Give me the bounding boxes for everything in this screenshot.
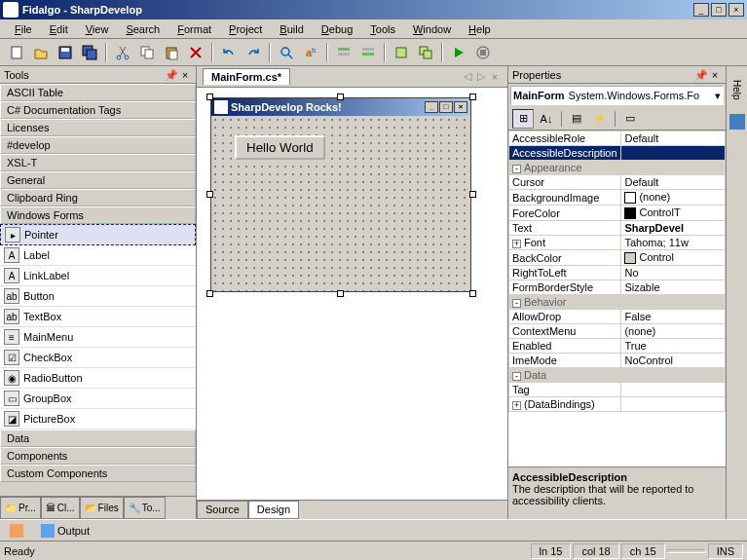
- prop-value[interactable]: False: [621, 310, 726, 324]
- prop-name[interactable]: ContextMenu: [509, 324, 621, 339]
- prop-value[interactable]: SharpDevel: [621, 221, 726, 236]
- resize-handle[interactable]: [337, 290, 344, 297]
- save-button[interactable]: [55, 42, 76, 63]
- prop-name[interactable]: Tag: [509, 383, 621, 397]
- resize-handle[interactable]: [337, 93, 344, 100]
- prop-name[interactable]: Cursor: [509, 175, 621, 190]
- close-panel-icon[interactable]: ×: [178, 68, 192, 82]
- prop-name[interactable]: FormBorderStyle: [509, 280, 621, 295]
- pin-icon[interactable]: 📌: [165, 68, 178, 82]
- tool-item-radiobutton[interactable]: ◉RadioButton: [0, 368, 196, 389]
- prop-value[interactable]: Control: [621, 250, 726, 266]
- prop-value[interactable]: True: [621, 339, 726, 354]
- menu-build[interactable]: Build: [271, 21, 312, 37]
- tool-category[interactable]: Clipboard Ring: [0, 189, 196, 206]
- menu-help[interactable]: Help: [460, 21, 500, 37]
- resize-handle[interactable]: [206, 93, 213, 100]
- run-button[interactable]: [448, 42, 469, 63]
- prop-value[interactable]: Default: [621, 131, 726, 146]
- close-button[interactable]: ×: [728, 3, 744, 17]
- categorized-icon[interactable]: ⊞: [512, 109, 534, 129]
- paste-button[interactable]: [161, 42, 182, 63]
- prop-name[interactable]: Enabled: [509, 339, 621, 354]
- left-tab[interactable]: 📂Files: [80, 497, 124, 519]
- left-tab[interactable]: 🔧To...: [124, 497, 166, 519]
- resize-handle[interactable]: [206, 290, 213, 297]
- prop-category[interactable]: -Appearance: [509, 161, 726, 175]
- tool-item-linklabel[interactable]: ALinkLabel: [0, 266, 196, 286]
- tool-item-groupbox[interactable]: ▭GroupBox: [0, 389, 196, 409]
- tab-prev-icon[interactable]: ◁: [461, 70, 474, 83]
- prop-value[interactable]: Sizable: [621, 280, 726, 295]
- properties-icon[interactable]: ▤: [566, 109, 587, 129]
- undo-button[interactable]: [218, 42, 240, 63]
- resize-handle[interactable]: [469, 290, 476, 297]
- new-file-button[interactable]: [6, 42, 27, 63]
- tool-item-mainmenu[interactable]: ≡MainMenu: [0, 327, 196, 348]
- prop-name[interactable]: BackgroundImage: [509, 190, 621, 205]
- tool-category[interactable]: #develop: [0, 136, 196, 154]
- pin-icon[interactable]: 📌: [694, 68, 708, 82]
- prop-value[interactable]: (none): [621, 190, 726, 205]
- prop-name[interactable]: AccessibleDescription: [509, 146, 621, 161]
- save-all-button[interactable]: [79, 42, 100, 63]
- property-grid[interactable]: AccessibleRoleDefaultAccessibleDescripti…: [508, 131, 726, 467]
- tool-category[interactable]: Components: [0, 447, 196, 465]
- redo-button[interactable]: [243, 42, 264, 63]
- prop-value[interactable]: [621, 383, 726, 397]
- prop-name[interactable]: ForeColor: [509, 205, 621, 221]
- open-button[interactable]: [30, 42, 52, 63]
- menu-project[interactable]: Project: [220, 21, 271, 37]
- menu-edit[interactable]: Edit: [41, 21, 77, 37]
- replace-button[interactable]: ab: [300, 42, 321, 63]
- resize-handle[interactable]: [206, 191, 213, 198]
- designer-surface[interactable]: SharpDevelop Rocks! _ □ × Hello World: [197, 88, 507, 500]
- designed-form[interactable]: SharpDevelop Rocks! _ □ × Hello World: [210, 97, 471, 292]
- prop-value[interactable]: (none): [621, 324, 726, 339]
- find-button[interactable]: [276, 42, 297, 63]
- comment-button[interactable]: [333, 42, 355, 63]
- prop-value[interactable]: [621, 397, 726, 412]
- prop-category[interactable]: -Behavior: [509, 295, 726, 310]
- tool-category[interactable]: Data: [0, 429, 196, 447]
- prop-name[interactable]: BackColor: [509, 250, 621, 266]
- menu-format[interactable]: Format: [168, 21, 220, 37]
- uncomment-button[interactable]: [357, 42, 379, 63]
- minimize-button[interactable]: _: [693, 3, 709, 17]
- prop-name[interactable]: +Font: [509, 236, 621, 250]
- tool-item-button[interactable]: abButton: [0, 286, 196, 307]
- resize-handle[interactable]: [469, 93, 476, 100]
- tool-category[interactable]: C# Documentation Tags: [0, 101, 196, 119]
- tool-item-picturebox[interactable]: ◪PictureBox: [0, 409, 196, 429]
- tab-close-icon[interactable]: ×: [488, 71, 502, 83]
- tool-category[interactable]: ASCII Table: [0, 84, 196, 101]
- menu-view[interactable]: View: [77, 21, 118, 37]
- tab-next-icon[interactable]: ▷: [474, 70, 488, 83]
- tool-item-textbox[interactable]: abTextBox: [0, 307, 196, 327]
- tool-category[interactable]: Windows Forms: [0, 206, 196, 224]
- left-tab[interactable]: 📁Pr...: [0, 497, 41, 519]
- build-button[interactable]: [391, 42, 412, 63]
- tool-item-label[interactable]: ALabel: [0, 245, 196, 266]
- tool-item-pointer[interactable]: ▸Pointer: [0, 224, 196, 245]
- menu-search[interactable]: Search: [117, 21, 168, 37]
- copy-button[interactable]: [136, 42, 158, 63]
- prop-value[interactable]: Tahoma; 11w: [621, 236, 726, 250]
- output-tab[interactable]: Output: [35, 522, 95, 540]
- prop-value[interactable]: [621, 146, 726, 161]
- tool-category[interactable]: Custom Components: [0, 465, 196, 482]
- document-tab[interactable]: MainForm.cs*: [203, 68, 290, 85]
- menu-file[interactable]: File: [6, 21, 41, 37]
- resize-handle[interactable]: [469, 191, 476, 198]
- left-tab[interactable]: 🏛Cl...: [41, 497, 80, 519]
- view-tab-design[interactable]: Design: [248, 501, 299, 519]
- prop-value[interactable]: NoControl: [621, 354, 726, 368]
- prop-value[interactable]: Default: [621, 175, 726, 190]
- prop-category[interactable]: -Data: [509, 368, 726, 383]
- stop-button[interactable]: [472, 42, 494, 63]
- delete-button[interactable]: [185, 42, 206, 63]
- tool-category[interactable]: General: [0, 171, 196, 189]
- close-panel-icon[interactable]: ×: [708, 68, 722, 82]
- maximize-button[interactable]: □: [711, 3, 727, 17]
- build-all-button[interactable]: [415, 42, 436, 63]
